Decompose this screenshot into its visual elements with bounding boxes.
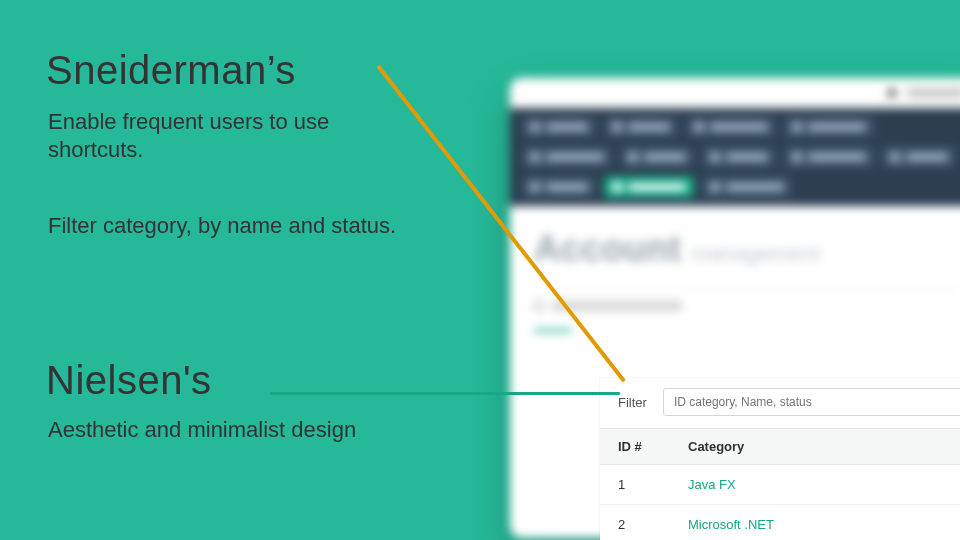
nav-icon xyxy=(890,152,900,162)
nav-icon xyxy=(530,122,540,132)
divider xyxy=(534,288,956,289)
cell-category: Java FX xyxy=(670,465,960,505)
nav-item[interactable] xyxy=(522,176,596,198)
accent-underline xyxy=(534,329,572,332)
breadcrumb-row xyxy=(534,301,956,311)
nav-icon xyxy=(792,152,802,162)
sneiderman-principle-text: Enable frequent users to use shortcuts. xyxy=(48,108,408,163)
page-title-strong: Account xyxy=(534,228,682,270)
nav-icon xyxy=(628,152,638,162)
nav-label xyxy=(726,183,784,191)
heading-nielsen: Nielsen's xyxy=(46,358,212,403)
filter-table-panel: Filter ID # Category 1 Java FX 2 Microso… xyxy=(600,378,960,540)
nav-item[interactable] xyxy=(784,116,874,138)
nav-item[interactable] xyxy=(620,146,694,168)
nav-label xyxy=(808,123,866,131)
nav-icon xyxy=(530,182,540,192)
nav-label xyxy=(546,123,588,131)
slide-stage: Sneiderman’s Enable frequent users to us… xyxy=(0,0,960,540)
category-table: ID # Category 1 Java FX 2 Microsoft .NET xyxy=(600,428,960,540)
window-title-placeholder xyxy=(906,88,960,98)
col-header-id[interactable]: ID # xyxy=(600,429,670,465)
app-body: Account management xyxy=(510,206,960,332)
page-title: Account management xyxy=(534,228,956,270)
app-window-chrome xyxy=(510,78,960,108)
nav-icon xyxy=(612,182,622,192)
nav-item-active[interactable] xyxy=(604,176,694,198)
table-row[interactable]: 1 Java FX xyxy=(600,465,960,505)
filter-label: Filter xyxy=(618,395,647,410)
nav-label xyxy=(628,123,670,131)
nav-icon xyxy=(792,122,802,132)
nav-icon xyxy=(710,182,720,192)
nav-icon xyxy=(710,152,720,162)
filter-input[interactable] xyxy=(663,388,960,416)
nav-item[interactable] xyxy=(882,146,956,168)
annotation-line-green xyxy=(270,392,620,395)
nav-label xyxy=(808,153,866,161)
app-nav-bar xyxy=(510,108,960,206)
nielsen-principle-text: Aesthetic and minimalist design xyxy=(48,416,468,444)
nav-label xyxy=(710,123,768,131)
filter-description-text: Filter category, by name and status. xyxy=(48,212,468,240)
page-title-light: management xyxy=(692,241,820,267)
nav-item[interactable] xyxy=(784,146,874,168)
nav-label xyxy=(628,183,686,191)
nav-label xyxy=(726,153,768,161)
square-bullet-icon xyxy=(534,301,544,311)
cell-category: Microsoft .NET xyxy=(670,505,960,541)
nav-item[interactable] xyxy=(686,116,776,138)
cell-id: 1 xyxy=(600,465,670,505)
nav-item[interactable] xyxy=(702,146,776,168)
nav-label xyxy=(546,153,604,161)
filter-row: Filter xyxy=(600,378,960,428)
nav-label xyxy=(906,153,948,161)
nav-label xyxy=(546,183,588,191)
nav-icon xyxy=(530,152,540,162)
nav-icon xyxy=(694,122,704,132)
nav-item[interactable] xyxy=(522,146,612,168)
nav-item[interactable] xyxy=(522,116,596,138)
window-dot-icon xyxy=(888,89,896,97)
nav-item[interactable] xyxy=(702,176,792,198)
col-header-category[interactable]: Category xyxy=(670,429,960,465)
nav-item[interactable] xyxy=(604,116,678,138)
cell-id: 2 xyxy=(600,505,670,541)
heading-sneiderman: Sneiderman’s xyxy=(46,48,296,93)
nav-icon xyxy=(612,122,622,132)
nav-label xyxy=(644,153,686,161)
table-row[interactable]: 2 Microsoft .NET xyxy=(600,505,960,541)
